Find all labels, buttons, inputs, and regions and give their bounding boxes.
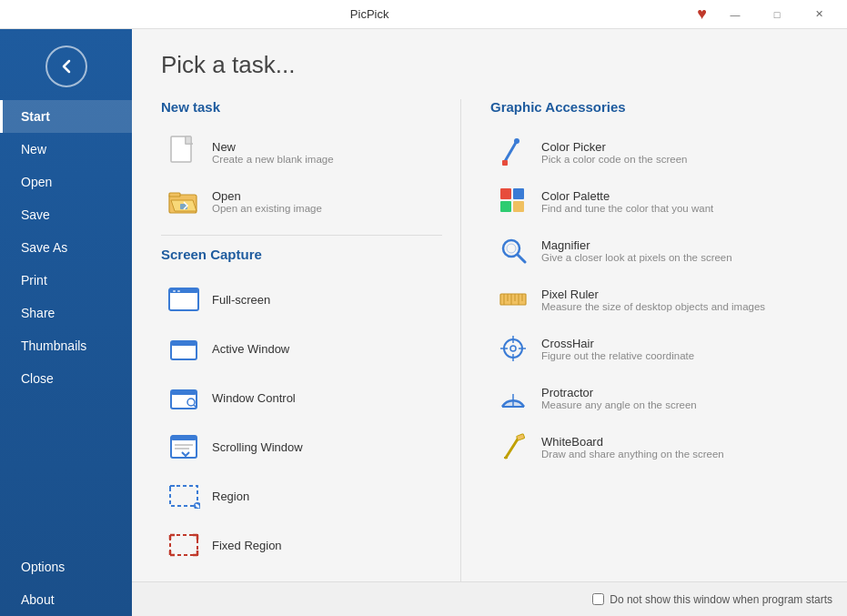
sidebar-item-open[interactable]: Open [0, 166, 132, 198]
back-icon [57, 57, 76, 76]
do-not-show-label: Do not show this window when program sta… [610, 593, 832, 606]
task-protractor[interactable]: Protractor Measure any angle on the scre… [490, 373, 818, 422]
task-fixedregion-label: Fixed Region [212, 539, 282, 552]
favorite-button[interactable]: ♥ [690, 5, 714, 24]
columns: New task New Create a new blank image [161, 99, 818, 616]
new-task-title: New task [161, 99, 442, 115]
whiteboard-icon [496, 429, 530, 464]
minimize-button[interactable]: — [714, 0, 756, 29]
task-open-label: Open [212, 189, 322, 203]
svg-point-48 [507, 244, 516, 253]
task-colorpicker[interactable]: Color Picker Pick a color code on the sc… [490, 127, 818, 177]
task-activewindow[interactable]: Active Window [161, 324, 442, 373]
svg-rect-65 [517, 434, 525, 440]
sidebar-item-close[interactable]: Close [0, 362, 132, 395]
crosshair-icon [496, 331, 530, 366]
colorpalette-icon [496, 184, 530, 218]
task-region[interactable]: Region [161, 471, 442, 520]
svg-rect-19 [170, 486, 197, 506]
svg-line-64 [506, 438, 519, 458]
sidebar-item-new[interactable]: New [0, 133, 132, 166]
graphic-accessories-title: Graphic Accessories [490, 99, 818, 115]
task-pixelruler-label: Pixel Ruler [541, 288, 765, 301]
task-fullscreen[interactable]: Full-screen [161, 275, 442, 324]
svg-rect-27 [170, 535, 197, 555]
activewindow-icon [166, 331, 201, 366]
task-crosshair-desc: Figure out the relative coordinate [541, 350, 694, 361]
task-open-desc: Open an existing image [212, 203, 322, 214]
sidebar-nav: Start New Open Save Save As Print Share … [0, 100, 132, 616]
task-colorpalette[interactable]: Color Palette Find and tune the color th… [490, 177, 818, 226]
left-column: New task New Create a new blank image [161, 99, 461, 616]
screen-capture-title: Screen Capture [161, 247, 442, 262]
task-fullscreen-label: Full-screen [212, 293, 270, 307]
maximize-button[interactable]: □ [756, 0, 798, 29]
task-colorpicker-label: Color Picker [541, 140, 687, 154]
svg-rect-7 [173, 290, 176, 292]
task-new-desc: Create a new blank image [212, 154, 334, 165]
task-windowcontrol-label: Window Control [212, 391, 296, 405]
colorpicker-icon [496, 135, 530, 169]
sidebar-item-save[interactable]: Save [0, 198, 132, 231]
sidebar: Start New Open Save Save As Print Share … [0, 29, 132, 616]
task-magnifier[interactable]: Magnifier Give a closer look at pixels o… [490, 226, 818, 275]
task-magnifier-label: Magnifier [541, 238, 732, 252]
task-open[interactable]: Open Open an existing image [161, 177, 442, 226]
task-whiteboard[interactable]: WhiteBoard Draw and share anything on th… [490, 422, 818, 471]
task-crosshair[interactable]: CrossHair Figure out the relative coordi… [490, 324, 818, 373]
svg-rect-44 [500, 201, 511, 212]
task-pixelruler[interactable]: Pixel Ruler Measure the size of desktop … [490, 275, 818, 324]
sidebar-item-about[interactable]: About [0, 583, 132, 616]
task-colorpalette-label: Color Palette [541, 189, 713, 203]
svg-rect-42 [500, 188, 511, 199]
windowcontrol-icon [166, 380, 201, 415]
task-scrolling[interactable]: Scrolling Window [161, 422, 442, 471]
svg-point-40 [514, 138, 519, 144]
sidebar-item-start[interactable]: Start [0, 100, 132, 133]
svg-line-47 [518, 255, 525, 262]
task-colorpalette-desc: Find and tune the color that you want [541, 203, 713, 214]
svg-rect-43 [513, 188, 524, 199]
svg-rect-12 [171, 390, 197, 395]
back-button[interactable] [45, 45, 87, 87]
fullscreen-icon [166, 282, 201, 317]
task-windowcontrol[interactable]: Window Control [161, 373, 442, 422]
app-container: Start New Open Save Save As Print Share … [0, 29, 847, 616]
sidebar-item-print[interactable]: Print [0, 264, 132, 297]
title-bar: PicPick ♥ — □ ✕ [0, 0, 847, 29]
fixedregion-icon [166, 528, 201, 562]
do-not-show-wrapper: Do not show this window when program sta… [592, 593, 832, 606]
sidebar-item-options[interactable]: Options [0, 550, 132, 583]
task-new[interactable]: New Create a new blank image [161, 127, 442, 177]
right-column: Graphic Accessories Color Picker Pick a … [461, 99, 818, 616]
svg-marker-1 [186, 136, 191, 144]
magnifier-icon [496, 233, 530, 268]
task-whiteboard-label: WhiteBoard [541, 435, 724, 449]
svg-rect-8 [177, 290, 180, 292]
sidebar-back [0, 29, 132, 100]
content-area: Pick a task... New task New [132, 29, 847, 616]
scrolling-icon [166, 429, 201, 464]
protractor-icon [496, 380, 530, 415]
sidebar-item-share[interactable]: Share [0, 297, 132, 329]
task-protractor-desc: Measure any angle on the screen [541, 399, 697, 410]
close-button[interactable]: ✕ [798, 0, 840, 29]
app-title: PicPick [49, 7, 690, 21]
svg-rect-16 [171, 436, 197, 440]
do-not-show-checkbox[interactable] [592, 593, 604, 605]
svg-rect-3 [169, 193, 180, 197]
task-fixedregion[interactable]: Fixed Region [161, 520, 442, 570]
page-title: Pick a task... [161, 51, 818, 79]
bottom-bar: Do not show this window when program sta… [132, 581, 847, 616]
sidebar-item-saveas[interactable]: Save As [0, 231, 132, 264]
task-activewindow-label: Active Window [212, 342, 289, 356]
open-icon [166, 184, 201, 218]
task-new-label: New [212, 140, 334, 154]
sidebar-item-thumbnails[interactable]: Thumbnails [0, 329, 132, 362]
svg-rect-41 [502, 160, 508, 166]
task-pixelruler-desc: Measure the size of desktop objects and … [541, 301, 765, 312]
task-magnifier-desc: Give a closer look at pixels on the scre… [541, 252, 732, 263]
task-region-label: Region [212, 490, 249, 503]
pixelruler-icon [496, 282, 530, 317]
task-crosshair-label: CrossHair [541, 337, 694, 350]
